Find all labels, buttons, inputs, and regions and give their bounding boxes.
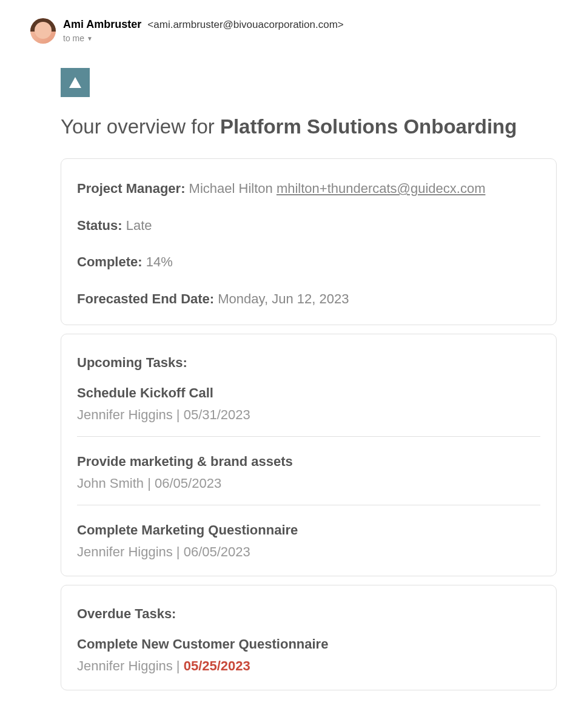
task-row: Complete New Customer Questionnaire Jenn… — [77, 636, 540, 674]
brand-logo-icon — [61, 68, 90, 97]
end-date-value: Monday, Jun 12, 2023 — [218, 291, 349, 306]
complete-value: 14% — [146, 254, 173, 269]
complete-row: Complete: 14% — [77, 253, 540, 272]
task-row: Schedule Kickoff Call Jennifer Higgins |… — [77, 385, 540, 437]
overdue-title: Overdue Tasks: — [77, 606, 540, 622]
sender-email: <ami.armbruster@bivouacorporation.com> — [147, 19, 343, 31]
avatar — [30, 18, 56, 44]
title-prefix: Your overview for — [61, 115, 220, 138]
task-name: Complete Marketing Questionnaire — [77, 522, 540, 538]
task-date: 06/05/2023 — [184, 544, 250, 559]
task-meta: Jennifer Higgins | 05/25/2023 — [77, 658, 540, 674]
chevron-down-icon: ▼ — [87, 35, 93, 42]
pm-name: Michael Hilton — [189, 181, 277, 196]
pm-email-link[interactable]: mhilton+thundercats@guidecx.com — [277, 181, 486, 196]
task-meta: John Smith | 06/05/2023 — [77, 476, 540, 491]
summary-card: Project Manager: Michael Hilton mhilton+… — [61, 158, 557, 325]
pm-label: Project Manager: — [77, 181, 189, 196]
task-meta: Jennifer Higgins | 05/31/2023 — [77, 407, 540, 423]
task-name: Complete New Customer Questionnaire — [77, 636, 540, 652]
task-assignee: Jennifer Higgins — [77, 544, 173, 559]
task-assignee: Jennifer Higgins — [77, 407, 173, 422]
complete-label: Complete: — [77, 254, 146, 269]
sender-block: Ami Ambruster <ami.armbruster@bivouacorp… — [63, 18, 344, 43]
status-row: Status: Late — [77, 217, 540, 235]
page-title: Your overview for Platform Solutions Onb… — [61, 114, 557, 140]
overdue-tasks-card: Overdue Tasks: Complete New Customer Que… — [61, 585, 557, 690]
end-date-label: Forecasted End Date: — [77, 291, 218, 306]
task-date: 05/31/2023 — [184, 407, 250, 422]
task-date: 06/05/2023 — [155, 476, 221, 491]
email-header: Ami Ambruster <ami.armbruster@bivouacorp… — [30, 18, 557, 44]
task-row: Complete Marketing Questionnaire Jennife… — [77, 522, 540, 560]
email-content: Your overview for Platform Solutions Onb… — [30, 68, 557, 690]
task-name: Provide marketing & brand assets — [77, 454, 540, 470]
recipient-dropdown[interactable]: to me ▼ — [63, 33, 344, 43]
upcoming-title: Upcoming Tasks: — [77, 355, 540, 371]
project-manager-row: Project Manager: Michael Hilton mhilton+… — [77, 180, 540, 198]
upcoming-tasks-card: Upcoming Tasks: Schedule Kickoff Call Je… — [61, 334, 557, 576]
task-meta: Jennifer Higgins | 06/05/2023 — [77, 544, 540, 560]
task-row: Provide marketing & brand assets John Sm… — [77, 454, 540, 505]
task-name: Schedule Kickoff Call — [77, 385, 540, 401]
recipient-text: to me — [63, 33, 84, 43]
task-assignee: Jennifer Higgins — [77, 658, 173, 673]
title-project: Platform Solutions Onboarding — [220, 115, 517, 138]
task-assignee: John Smith — [77, 476, 144, 491]
end-date-row: Forecasted End Date: Monday, Jun 12, 202… — [77, 290, 540, 309]
sender-name: Ami Ambruster — [63, 18, 141, 31]
status-label: Status: — [77, 218, 126, 233]
status-value: Late — [126, 218, 152, 233]
task-date-overdue: 05/25/2023 — [184, 658, 250, 673]
